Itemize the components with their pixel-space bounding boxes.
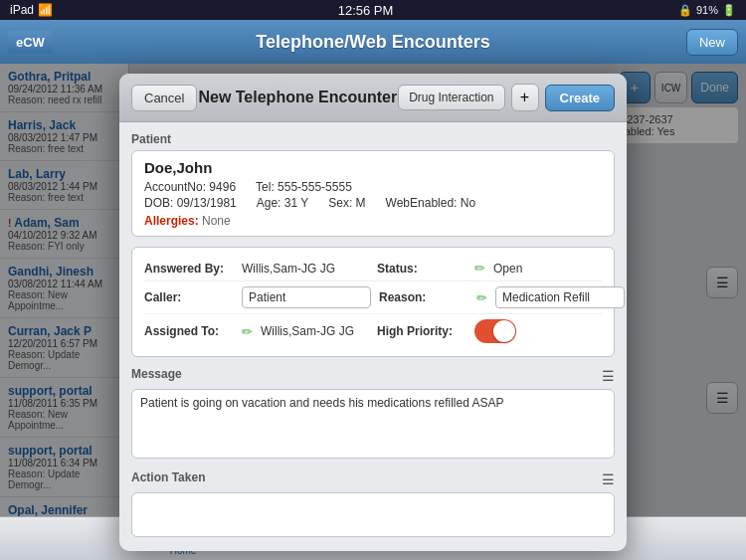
message-textarea[interactable]: Patient is going on vacation and needs h… (131, 389, 615, 459)
assigned-edit-icon[interactable]: ✏ (242, 324, 253, 339)
reason-half: Reason: ✏ (379, 286, 625, 308)
create-button[interactable]: Create (545, 85, 615, 111)
main-header: eCW Telephone/Web Encounters New (0, 20, 746, 64)
caller-row: Caller: Reason: ✏ (144, 281, 602, 314)
patient-info-row1: AccountNo: 9496 Tel: 555-555-5555 (144, 180, 602, 194)
ipad-label: iPad (10, 3, 34, 17)
status-value: Open (493, 262, 522, 276)
web-enabled: WebEnabled: No (386, 196, 476, 210)
answered-by-value: Willis,Sam-JG JG (242, 262, 335, 276)
drug-interaction-button[interactable]: Drug Interaction (398, 85, 504, 110)
battery-indicator: 🔋 (722, 4, 736, 17)
account-no: AccountNo: 9496 (144, 180, 236, 194)
message-label: Message (131, 367, 182, 381)
modal-title: New Telephone Encounter (197, 89, 398, 106)
caller-half: Caller: (144, 286, 371, 308)
allergies-label: Allergies: (144, 214, 199, 228)
patient-box: Doe,John AccountNo: 9496 Tel: 555-555-55… (131, 150, 615, 237)
action-taken-section-header: Action Taken ☰ (131, 470, 615, 488)
new-button[interactable]: New (686, 29, 738, 56)
assigned-to-half: Assigned To: ✏ Willis,Sam-JG JG (144, 324, 369, 339)
reason-label: Reason: (379, 290, 468, 304)
modal-body: Patient Doe,John AccountNo: 9496 Tel: 55… (119, 122, 627, 551)
reason-input[interactable] (495, 286, 625, 308)
message-list-icon[interactable]: ☰ (602, 368, 615, 384)
status-bar: iPad 📶 12:56 PM 🔒 91% 🔋 (0, 0, 746, 20)
battery-icon: 🔒 (678, 4, 692, 17)
age: Age: 31 Y (257, 196, 309, 210)
ecw-label[interactable]: eCW (8, 31, 53, 54)
reason-edit-icon[interactable]: ✏ (476, 290, 487, 305)
action-taken-textarea[interactable] (131, 492, 615, 537)
main-title: Telephone/Web Encounters (256, 32, 489, 53)
answered-by-label: Answered By: (144, 262, 234, 276)
action-taken-list-icon[interactable]: ☰ (602, 471, 615, 487)
tel: Tel: 555-555-5555 (256, 180, 352, 194)
high-priority-label: High Priority: (377, 324, 466, 338)
assigned-to-label: Assigned To: (144, 324, 234, 338)
caller-label: Caller: (144, 290, 234, 304)
status-half: Status: ✏ Open (377, 261, 602, 276)
caller-input[interactable] (242, 286, 371, 308)
message-section-header: Message ☰ (131, 367, 615, 385)
patient-name: Doe,John (144, 159, 602, 176)
modal-overlay: Cancel New Telephone Encounter Drug Inte… (0, 64, 746, 516)
assigned-to-row: Assigned To: ✏ Willis,Sam-JG JG High Pri… (144, 314, 602, 348)
form-box: Answered By: Willis,Sam-JG JG Status: ✏ … (131, 247, 615, 357)
status-label: Status: (377, 262, 466, 276)
allergies-value: None (202, 214, 231, 228)
patient-section-label: Patient (131, 132, 615, 146)
status-bar-left: iPad 📶 (10, 3, 53, 17)
answered-by-row: Answered By: Willis,Sam-JG JG Status: ✏ … (144, 256, 602, 281)
assigned-to-value: Willis,Sam-JG JG (261, 324, 354, 338)
modal-header: Cancel New Telephone Encounter Drug Inte… (119, 74, 627, 122)
modal-dialog: Cancel New Telephone Encounter Drug Inte… (119, 74, 627, 551)
patient-info-row2: DOB: 09/13/1981 Age: 31 Y Sex: M WebEnab… (144, 196, 602, 210)
high-priority-half: High Priority: ✕ (377, 319, 602, 343)
plus-button[interactable]: + (511, 84, 539, 111)
status-edit-icon[interactable]: ✏ (474, 261, 485, 276)
high-priority-toggle[interactable]: ✕ (474, 319, 516, 343)
sex: Sex: M (328, 196, 365, 210)
action-taken-label: Action Taken (131, 470, 205, 484)
patient-allergies: Allergies: None (144, 214, 602, 228)
answered-by-half: Answered By: Willis,Sam-JG JG (144, 262, 369, 276)
cancel-button[interactable]: Cancel (131, 85, 197, 111)
status-bar-right: 🔒 91% 🔋 (678, 4, 736, 17)
battery-label: 91% (696, 4, 718, 16)
toggle-track[interactable]: ✕ (474, 319, 516, 343)
wifi-icon: 📶 (38, 3, 53, 17)
toggle-x-icon: ✕ (504, 326, 512, 337)
status-time: 12:56 PM (338, 3, 394, 18)
modal-header-right: Drug Interaction + Create (398, 84, 615, 111)
dob: DOB: 09/13/1981 (144, 196, 237, 210)
